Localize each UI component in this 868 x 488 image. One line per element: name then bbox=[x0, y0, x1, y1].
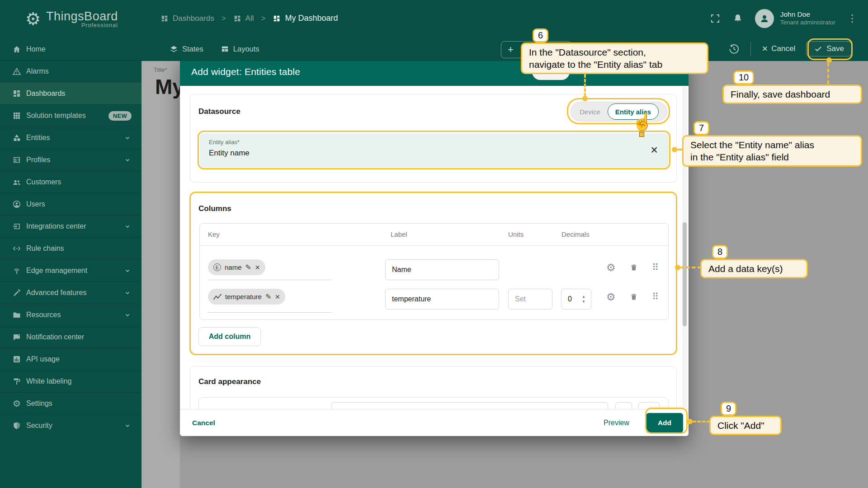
sidebar-item-resources[interactable]: Resources bbox=[0, 304, 142, 326]
sidebar-item-home[interactable]: Home bbox=[0, 38, 142, 60]
dialog-footer: Cancel Preview Add bbox=[180, 409, 689, 436]
card-appearance-small-box[interactable] bbox=[615, 402, 632, 409]
user-info[interactable]: John Doe Tenant administrator bbox=[780, 10, 835, 26]
scrollbar-thumb[interactable] bbox=[683, 222, 687, 326]
col-header-units: Units bbox=[508, 224, 524, 245]
api-usage-chart-icon bbox=[12, 354, 22, 364]
dashboard-title-label: Title* bbox=[154, 66, 167, 73]
sidebar-item-customers[interactable]: Customers bbox=[0, 171, 142, 193]
sidebar-item-rule-chains[interactable]: Rule chains bbox=[0, 237, 142, 259]
preview-button[interactable]: Preview bbox=[604, 419, 629, 427]
entity-alias-field[interactable]: Entity alias* Entity name × bbox=[200, 133, 669, 168]
breadcrumb-dashboards[interactable]: Dashboards bbox=[160, 14, 214, 23]
sidebar-item-white-labeling[interactable]: White labeling bbox=[0, 370, 142, 392]
datakey-chip-temperature[interactable]: temperature ✎ × bbox=[208, 289, 285, 305]
notification-flag-icon bbox=[12, 332, 22, 342]
user-avatar[interactable] bbox=[755, 9, 774, 28]
chevron-down-icon bbox=[123, 222, 132, 230]
entity-alias-field-value: Entity name bbox=[209, 149, 660, 158]
connector-line bbox=[827, 63, 829, 84]
apps-grid-icon bbox=[12, 111, 22, 121]
layouts-button[interactable]: Layouts bbox=[221, 45, 259, 53]
card-appearance-input[interactable] bbox=[331, 402, 608, 409]
add-widget-dialog: Add widget: Entities table Datasource De… bbox=[180, 57, 689, 436]
sidebar-item-advanced-features[interactable]: Advanced features bbox=[0, 282, 142, 304]
col-header-decimals: Decimals bbox=[561, 224, 590, 245]
delete-key-icon[interactable] bbox=[629, 263, 638, 272]
fullscreen-icon[interactable] bbox=[710, 13, 721, 24]
sidebar-item-dashboards[interactable]: Dashboards bbox=[0, 82, 142, 104]
user-name: John Doe bbox=[780, 10, 835, 19]
breadcrumb-separator: > bbox=[261, 14, 266, 23]
dialog-add-button[interactable]: Add bbox=[646, 413, 683, 433]
sidebar-item-edge-management[interactable]: Edge management bbox=[0, 259, 142, 282]
new-badge: NEW bbox=[108, 111, 132, 121]
sidebar-item-integrations-center[interactable]: Integrations center bbox=[0, 215, 142, 237]
sidebar-item-settings[interactable]: ⚙ Settings bbox=[0, 392, 142, 414]
callout-8: Add a data key(s) bbox=[700, 259, 808, 278]
drag-handle-icon[interactable]: ⠿ bbox=[652, 262, 658, 273]
label-input-temperature[interactable] bbox=[385, 289, 499, 310]
clear-alias-icon[interactable]: × bbox=[651, 144, 658, 156]
drag-handle-icon[interactable]: ⠿ bbox=[652, 291, 658, 302]
edit-key-icon[interactable]: ✎ bbox=[265, 292, 271, 301]
remove-key-icon[interactable]: × bbox=[275, 292, 280, 301]
sidebar-item-profiles[interactable]: Profiles bbox=[0, 149, 142, 171]
step-up-icon[interactable]: ▲ bbox=[582, 295, 585, 299]
top-bar: Dashboards > All > My Dashboard John Doe… bbox=[142, 0, 868, 37]
callout-6: In the "Datasource" section, navigate to… bbox=[521, 42, 708, 74]
click-indicator bbox=[639, 132, 644, 137]
profiles-icon bbox=[12, 155, 22, 165]
kebab-menu-icon[interactable]: ⋮ bbox=[847, 17, 857, 20]
columns-table: Key Label Units Decimals name ✎ × ⚙ ⠿ bbox=[199, 223, 669, 320]
decimals-stepper[interactable]: ▲▼ bbox=[582, 295, 585, 304]
breadcrumb-my-dashboard[interactable]: My Dashboard bbox=[273, 14, 338, 23]
sidebar-item-entities[interactable]: Entities bbox=[0, 127, 142, 149]
sidebar-item-solution-templates[interactable]: Solution templates NEW bbox=[0, 104, 142, 127]
decimals-input[interactable] bbox=[561, 289, 591, 310]
callout-number-10: 10 bbox=[733, 70, 754, 84]
connector-dot bbox=[687, 419, 693, 424]
label-input-name[interactable] bbox=[385, 259, 499, 280]
delete-key-icon[interactable] bbox=[629, 292, 638, 301]
units-input[interactable] bbox=[508, 289, 552, 310]
close-icon: × bbox=[762, 44, 768, 54]
remove-key-icon[interactable]: × bbox=[255, 263, 260, 272]
pointer-cursor-icon: ☝ bbox=[632, 112, 653, 131]
states-layers-icon bbox=[170, 45, 178, 53]
key-settings-gear-icon[interactable]: ⚙ bbox=[606, 292, 616, 302]
notifications-bell-icon[interactable] bbox=[732, 13, 743, 24]
card-appearance-heading: Card appearance bbox=[198, 377, 261, 386]
step-down-icon[interactable]: ▼ bbox=[582, 300, 585, 304]
card-appearance-section: Card appearance bbox=[190, 366, 677, 409]
home-icon bbox=[12, 44, 22, 54]
dashboard-edit-toolbar: States Layouts + × Cancel Save bbox=[142, 37, 868, 61]
sidebar-item-users[interactable]: Users bbox=[0, 193, 142, 215]
sidebar-item-notification-center[interactable]: Notification center bbox=[0, 326, 142, 348]
history-icon[interactable] bbox=[728, 43, 740, 55]
key-settings-gear-icon[interactable]: ⚙ bbox=[606, 263, 616, 273]
sidebar-item-alarms[interactable]: Alarms bbox=[0, 60, 142, 82]
datakey-chip-name[interactable]: name ✎ × bbox=[208, 259, 265, 275]
entity-alias-field-label: Entity alias* bbox=[209, 139, 660, 145]
save-dashboard-button[interactable]: Save bbox=[806, 41, 852, 56]
card-appearance-small-box[interactable] bbox=[638, 402, 660, 409]
connector-line bbox=[693, 421, 710, 422]
brand-logo[interactable]: ⚙ ThingsBoard Professional bbox=[0, 0, 142, 38]
add-column-button[interactable]: Add column bbox=[198, 327, 261, 346]
user-role: Tenant administrator bbox=[780, 19, 835, 27]
states-button[interactable]: States bbox=[170, 45, 203, 53]
breadcrumb-all[interactable]: All bbox=[233, 14, 254, 23]
cancel-edit-button[interactable]: × Cancel bbox=[762, 44, 795, 54]
chevron-down-icon bbox=[123, 289, 132, 297]
device-tab[interactable]: Device bbox=[572, 108, 608, 116]
dialog-cancel-button[interactable]: Cancel bbox=[192, 419, 215, 427]
sidebar-item-security[interactable]: Security bbox=[0, 414, 142, 436]
dashboards-icon bbox=[273, 14, 281, 23]
sidebar-item-api-usage[interactable]: API usage bbox=[0, 348, 142, 370]
customers-icon bbox=[12, 177, 22, 187]
breadcrumb: Dashboards > All > My Dashboard bbox=[160, 0, 338, 37]
user-icon bbox=[12, 199, 22, 209]
sidebar: ⚙ ThingsBoard Professional Home Alarms D… bbox=[0, 0, 142, 488]
edit-key-icon[interactable]: ✎ bbox=[245, 263, 251, 272]
